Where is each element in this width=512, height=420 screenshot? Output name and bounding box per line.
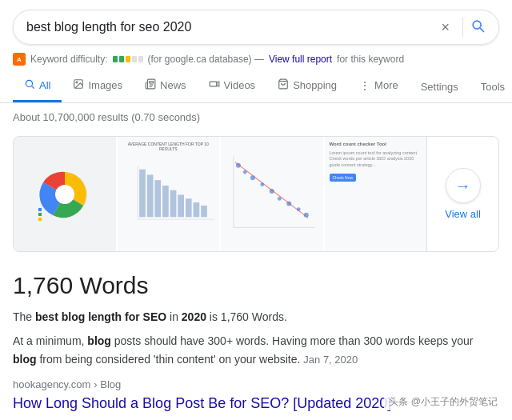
videos-tab-icon	[209, 78, 220, 92]
all-tab-icon	[24, 78, 35, 92]
results-count: About 10,700,000 results (0.70 seconds)	[0, 103, 512, 130]
bar-chart-title: AVERAGE CONTENT LENGTH FOR TOP 10 RESULT…	[122, 142, 215, 151]
tab-more[interactable]: ⋮ More	[348, 71, 410, 102]
watermark: 头条 @小王子的外贸笔记	[384, 394, 502, 410]
svg-rect-19	[178, 194, 184, 217]
snippet-bold-2: 2020	[182, 310, 206, 323]
snippet-bold-4: blog	[13, 353, 37, 366]
svg-point-4	[77, 82, 78, 83]
kd-database-note: (for google.ca database) —	[148, 54, 264, 65]
kd-seg-5	[138, 56, 143, 62]
kd-logo: A	[13, 53, 26, 66]
snippet-text-2: At a minimum, blog posts should have 300…	[13, 332, 499, 368]
svg-rect-16	[154, 180, 161, 217]
images-tab-icon	[73, 78, 84, 92]
search-input[interactable]: best blog length for seo 2020	[26, 20, 434, 34]
settings-link[interactable]: Settings	[410, 73, 470, 101]
svg-rect-22	[201, 206, 207, 217]
svg-point-2	[26, 80, 32, 86]
view-all-label: View all	[445, 208, 481, 220]
carousel-image-3[interactable]	[221, 137, 323, 251]
tab-shopping[interactable]: Shopping	[266, 70, 348, 102]
tools-link[interactable]: Tools	[470, 73, 512, 101]
result-domain: hookagency.com	[13, 378, 90, 390]
kd-full-report-link[interactable]: View full report	[269, 54, 332, 65]
tab-images-label: Images	[88, 79, 122, 91]
kd-seg-4	[132, 56, 137, 62]
kd-seg-3	[126, 56, 130, 62]
snippet-bold-1: best blog length for SEO	[35, 310, 166, 323]
carousel-images-container: AVERAGE CONTENT LENGTH FOR TOP 10 RESULT…	[14, 137, 426, 251]
svg-rect-9	[38, 208, 42, 211]
kd-seg-1	[113, 56, 118, 62]
svg-rect-18	[170, 190, 176, 218]
search-submit-icon[interactable]	[470, 18, 486, 38]
svg-line-34	[235, 162, 308, 218]
scatter-container	[221, 137, 323, 251]
kd-suffix: for this keyword	[337, 54, 404, 65]
tab-all[interactable]: All	[13, 70, 62, 102]
svg-rect-20	[185, 198, 191, 217]
svg-rect-10	[38, 213, 42, 216]
tab-videos[interactable]: Videos	[198, 70, 267, 102]
news-tab-icon	[145, 78, 156, 92]
svg-rect-21	[193, 202, 199, 217]
snippet-text-2-part3: from being considered 'thin content' on …	[37, 353, 301, 366]
search-bar: best blog length for seo 2020 ×	[13, 10, 499, 45]
carousel-image-1[interactable]	[14, 137, 116, 251]
tab-all-label: All	[39, 79, 50, 91]
kd-segments	[113, 56, 143, 62]
snippet-text-2-part1: At a minimum,	[13, 334, 87, 347]
tab-news[interactable]: News	[134, 70, 198, 102]
snippet-title: 1,760 Words	[13, 271, 499, 300]
carousel-image-2[interactable]: AVERAGE CONTENT LENGTH FOR TOP 10 RESULT…	[118, 137, 220, 251]
carousel-image-4[interactable]: Word count checker Tool Lorem ipsum coun…	[325, 137, 427, 251]
carousel-view-all[interactable]: → View all	[426, 137, 498, 251]
nav-tabs: All Images News Videos Shopping ⋮ More S…	[0, 70, 512, 103]
shopping-tab-icon	[278, 78, 289, 92]
image-carousel: AVERAGE CONTENT LENGTH FOR TOP 10 RESULT…	[13, 136, 499, 252]
svg-rect-17	[162, 186, 169, 217]
keyword-difficulty-bar: A Keyword difficulty: (for google.ca dat…	[0, 51, 512, 70]
tab-images[interactable]: Images	[62, 70, 134, 102]
kd-seg-2	[119, 56, 124, 62]
result-link[interactable]: How Long Should a Blog Post Be for SEO? …	[13, 395, 391, 411]
svg-rect-11	[38, 218, 42, 221]
svg-rect-14	[139, 170, 146, 218]
carousel-arrow-icon: →	[446, 168, 481, 203]
tab-shopping-label: Shopping	[293, 79, 337, 91]
tab-videos-label: Videos	[224, 79, 256, 91]
svg-rect-15	[146, 174, 153, 217]
snippet-text-2-part2: posts should have 300+ words. Having mor…	[111, 334, 474, 347]
snippet-text-1-part1: The	[13, 310, 35, 323]
tab-more-label: More	[374, 79, 398, 91]
snippet-text-1-part3: is 1,760 Words.	[206, 310, 287, 323]
search-bar-container: best blog length for seo 2020 ×	[0, 0, 512, 51]
bar-chart-svg	[122, 154, 215, 238]
pie-chart-svg	[37, 166, 93, 222]
scatter-svg	[224, 140, 320, 248]
bar-chart-container: AVERAGE CONTENT LENGTH FOR TOP 10 RESULT…	[118, 137, 220, 251]
svg-text:A: A	[17, 56, 22, 63]
kd-label: Keyword difficulty:	[30, 54, 108, 65]
result-url-line: hookagency.com › Blog	[13, 378, 499, 390]
more-tab-icon: ⋮	[359, 79, 370, 92]
svg-rect-5	[210, 82, 217, 86]
search-divider	[462, 18, 463, 37]
tab-news-label: News	[160, 79, 186, 91]
clear-icon[interactable]: ×	[434, 19, 456, 36]
snippet-text-1-part2: in	[166, 310, 182, 323]
snippet-text-1: The best blog length for SEO in 2020 is …	[13, 308, 499, 326]
nav-right-actions: Settings Tools	[410, 73, 512, 101]
result-breadcrumb: › Blog	[94, 378, 121, 390]
snippet-date: Jan 7, 2020	[303, 354, 358, 366]
text-block-content: Word count checker Tool Lorem ipsum coun…	[325, 137, 427, 251]
svg-point-8	[55, 185, 74, 204]
snippet-bold-3: blog	[87, 334, 111, 347]
